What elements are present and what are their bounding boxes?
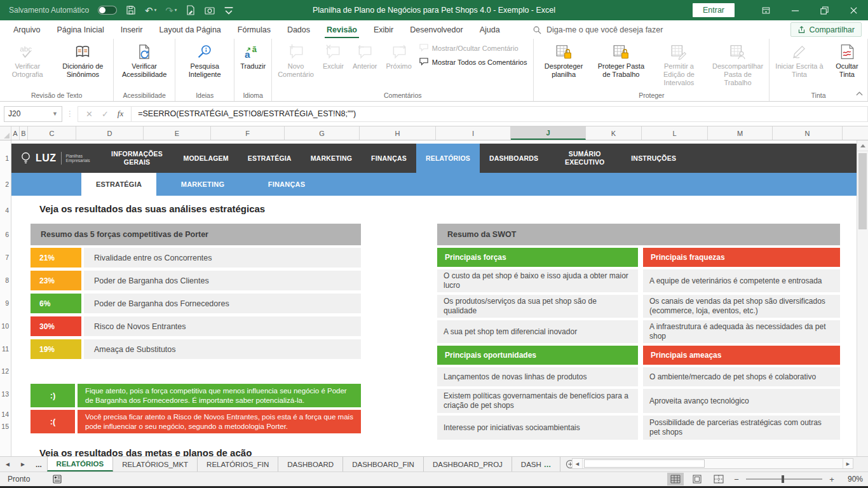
tab-arquivo[interactable]: Arquivo	[5, 20, 48, 39]
ribbon-button-desproteger-planilha[interactable]: Desproteger planilha	[535, 41, 592, 89]
enter-formula-button[interactable]: ✓	[102, 109, 109, 119]
row-header-13[interactable]: 13	[0, 388, 9, 400]
zoom-slider-thumb[interactable]	[782, 475, 784, 483]
sheet-nav-left-button[interactable]: ◄	[0, 457, 15, 471]
column-header-h[interactable]: H	[360, 126, 436, 140]
column-header-c[interactable]: C	[28, 126, 76, 140]
ribbon-button-dicionario-de-sinonimos[interactable]: Dicionário de Sinônimos	[54, 41, 112, 89]
sheet-tab-relatorios-mkt[interactable]: RELATÓRIOS_MKT	[113, 457, 198, 471]
column-header-d[interactable]: D	[76, 126, 144, 140]
nav-item-dashboards[interactable]: DASHBOARDS	[480, 144, 548, 173]
horizontal-scrollbar[interactable]: ◄ ►	[572, 458, 853, 469]
sheet-tab-dashboard-proj[interactable]: DASHBOARD_PROJ	[424, 457, 512, 471]
column-header-j[interactable]: J	[511, 126, 586, 140]
row-header-10[interactable]: 10	[0, 320, 9, 332]
nav-item-financas[interactable]: FINANÇAS	[362, 144, 416, 173]
column-header-m[interactable]: M	[708, 126, 773, 140]
ribbon-button-pesquisa-inteligente[interactable]: Pesquisa Inteligente	[177, 41, 233, 89]
camera-button[interactable]	[205, 5, 215, 15]
document-button[interactable]	[186, 5, 196, 15]
select-all-corner[interactable]	[0, 126, 11, 140]
tab-layout-da-pagina[interactable]: Layout da Página	[151, 20, 229, 39]
column-header-l[interactable]: L	[642, 126, 708, 140]
ribbon-button-proteger-pasta-de-trabalho[interactable]: Proteger Pasta de Trabalho	[592, 41, 650, 89]
nav-item-modelagem[interactable]: MODELAGEM	[174, 144, 238, 173]
nav-item-informacoes-gerais[interactable]: INFORMAÇÕES GERAIS	[100, 144, 174, 173]
redo-button[interactable]: ↷▾	[165, 6, 177, 15]
formula-input[interactable]: =SEERRO(ESTRATÉGIA_EST!O8/ESTRATÉGIA_EST…	[132, 106, 868, 122]
scroll-up-button[interactable]	[857, 140, 868, 151]
row-header-4[interactable]: 4	[0, 205, 9, 216]
tab-revisao[interactable]: Revisão	[318, 20, 365, 39]
zoom-in-button[interactable]: +	[827, 475, 836, 484]
nav-item-sumario-executivo[interactable]: SUMÁRIO EXECUTIVO	[548, 144, 621, 173]
restore-button[interactable]	[810, 0, 839, 20]
undo-button[interactable]: ↶▾	[145, 6, 156, 15]
nav-item-marketing[interactable]: MARKETING	[301, 144, 362, 173]
collapse-ribbon-button[interactable]	[856, 88, 863, 99]
column-header-a[interactable]: A	[11, 126, 20, 140]
sign-in-button[interactable]: Entrar	[693, 3, 735, 17]
minimize-button[interactable]	[780, 0, 810, 20]
subnav-tab-marketing[interactable]: MARKETING	[165, 173, 240, 196]
ribbon-button-traduzir[interactable]: aãTraduzir	[236, 41, 270, 89]
tab-desenvolvedor[interactable]: Desenvolvedor	[402, 20, 471, 39]
vertical-scroll-thumb[interactable]	[858, 153, 867, 229]
column-header-e[interactable]: E	[144, 126, 211, 140]
sheet-tab-dashboard[interactable]: DASHBOARD	[278, 457, 343, 471]
tab-inserir[interactable]: Inserir	[112, 20, 151, 39]
horizontal-scroll-thumb[interactable]	[584, 459, 705, 468]
share-button[interactable]: Compartilhar	[790, 22, 862, 37]
nav-item-relatorios[interactable]: RELATÓRIOS	[416, 144, 480, 173]
tab-exibir[interactable]: Exibir	[365, 20, 402, 39]
customize-qat-button[interactable]	[224, 5, 234, 15]
ribbon-display-options-button[interactable]	[751, 0, 780, 20]
row-header-15[interactable]: 15	[0, 421, 9, 432]
cancel-formula-button[interactable]: ✕	[86, 109, 93, 119]
tab-pagina-inicial[interactable]: Página Inicial	[48, 20, 112, 39]
scroll-right-button[interactable]: ►	[843, 459, 853, 468]
close-button[interactable]	[839, 0, 868, 20]
macro-record-button[interactable]	[53, 475, 62, 484]
normal-view-button[interactable]	[667, 473, 684, 485]
zoom-slider[interactable]	[746, 478, 822, 480]
zoom-out-button[interactable]: −	[732, 475, 741, 484]
nav-item-instrucoes[interactable]: INSTRUÇÕES	[621, 144, 686, 173]
column-header-n[interactable]: N	[773, 126, 843, 140]
column-header-f[interactable]: F	[211, 126, 285, 140]
sheet-tab-dashboard-fin[interactable]: DASHBOARD_FIN	[343, 457, 424, 471]
ribbon-button-verificar-acessibilidade[interactable]: Verificar Acessibilidade	[115, 41, 173, 89]
row-header-2[interactable]: 2	[0, 179, 9, 190]
zoom-level[interactable]: 90%	[841, 475, 863, 484]
tab-ajuda[interactable]: Ajuda	[471, 20, 508, 39]
tell-me-search[interactable]: Diga-me o que você deseja fazer	[532, 20, 663, 39]
page-layout-view-button[interactable]	[689, 473, 705, 485]
save-button[interactable]	[126, 5, 136, 15]
sheet-nav-right-button[interactable]: ►	[15, 457, 31, 471]
tab-formulas[interactable]: Fórmulas	[229, 20, 279, 39]
vertical-scrollbar[interactable]	[857, 140, 868, 456]
row-header-9[interactable]: 9	[0, 297, 9, 309]
ribbon-button-ocultar-tinta[interactable]: Ocultar Tinta	[828, 41, 866, 89]
nav-item-estrategia[interactable]: ESTRATÉGIA	[238, 144, 301, 173]
row-header-6[interactable]: 6	[0, 229, 9, 240]
column-header-g[interactable]: G	[285, 126, 360, 140]
scroll-left-button[interactable]: ◄	[573, 459, 583, 468]
subnav-tab-estrategia[interactable]: ESTRATÉGIA	[81, 173, 156, 196]
tab-dados[interactable]: Dados	[279, 20, 318, 39]
insert-function-button[interactable]: fx	[118, 109, 123, 119]
page-break-view-button[interactable]	[710, 473, 727, 485]
column-header-b[interactable]: B	[20, 126, 28, 140]
row-header-14[interactable]: 14	[0, 409, 9, 420]
row-header-11[interactable]: 11	[0, 343, 9, 355]
row-header-1[interactable]: 1	[0, 152, 9, 164]
sheet-tab-relatorios-fin[interactable]: RELATÓRIOS_FIN	[198, 457, 278, 471]
column-header-i[interactable]: I	[436, 126, 511, 140]
sheet-tab-relatorios[interactable]: RELATÓRIOS	[47, 457, 114, 471]
ribbon-button-mostrar-todos-os-comentarios[interactable]: Mostrar Todos os Comentários	[419, 57, 527, 67]
autosave-toggle[interactable]	[98, 6, 117, 15]
subnav-tab-financas[interactable]: FINANÇAS	[249, 173, 324, 196]
name-box[interactable]: J20 ▼	[4, 106, 62, 122]
row-header-7[interactable]: 7	[0, 252, 9, 263]
row-header-8[interactable]: 8	[0, 274, 9, 286]
